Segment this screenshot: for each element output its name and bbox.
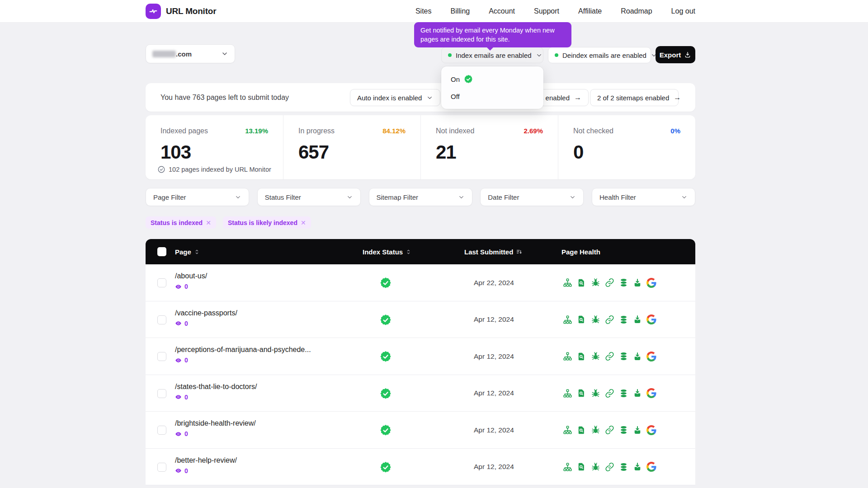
stat-note: 102 pages indexed by URL Monitor [157,165,271,174]
table-row[interactable]: /states-that-lie-to-doctors/ 0 Apr 12, 2… [146,375,695,412]
link-icon[interactable] [604,425,614,435]
google-icon[interactable] [646,278,656,288]
file-search-icon[interactable] [576,352,586,361]
page-path[interactable]: /states-that-lie-to-doctors/ [175,383,257,391]
file-search-icon[interactable] [576,425,586,435]
table-row[interactable]: /about-us/ 0 Apr 22, 2024 [146,264,695,301]
bug-icon[interactable] [590,352,600,361]
page-path[interactable]: /perceptions-of-marijuana-and-psychede..… [175,346,311,354]
row-checkbox[interactable] [157,352,166,361]
database-icon[interactable] [618,425,628,435]
google-icon[interactable] [646,388,656,398]
filter-dropdown[interactable]: Health Filter [592,188,695,206]
sort-icon [406,249,411,255]
file-search-icon[interactable] [576,314,586,324]
database-icon[interactable] [618,462,628,472]
bug-icon[interactable] [590,425,600,435]
table-row[interactable]: /brightside-health-review/ 0 Apr 12, 202… [146,412,695,449]
arrow-right-icon: → [574,94,581,102]
link-icon[interactable] [604,352,614,361]
nav-item[interactable]: Account [489,7,515,15]
eye-icon [175,320,182,327]
chevron-down-icon [426,94,433,101]
sitemap-icon[interactable] [562,314,572,324]
bug-icon[interactable] [590,388,600,398]
stat-column: Indexed pages 13.19% 103 102 pages index… [146,115,283,179]
filter-dropdown[interactable]: Status Filter [257,188,361,206]
sitemap-icon[interactable] [562,352,572,361]
bug-icon[interactable] [590,314,600,324]
menu-off-label: Off [451,93,460,100]
page-path[interactable]: /brightside-health-review/ [175,419,256,427]
nav-item[interactable]: Support [534,7,559,15]
database-icon[interactable] [618,278,628,288]
last-submitted-date: Apr 12, 2024 [474,338,514,375]
link-icon[interactable] [604,278,614,288]
file-search-icon[interactable] [576,278,586,288]
row-checkbox[interactable] [157,278,166,287]
database-icon[interactable] [618,388,628,398]
download-icon[interactable] [632,425,642,435]
link-icon[interactable] [604,462,614,472]
table-row[interactable]: /vaccine-passports/ 0 Apr 12, 2024 [146,301,695,338]
filter-dropdown[interactable]: Sitemap Filter [369,188,472,206]
page-path[interactable]: /better-help-review/ [175,456,237,465]
menu-item-off[interactable]: Off [445,88,539,105]
table-header: Page Index Status Last Submitted Page He… [146,239,695,264]
page-path[interactable]: /vaccine-passports/ [175,309,237,317]
stat-label: Not indexed [436,127,474,135]
link-icon[interactable] [604,314,614,324]
page-path[interactable]: /about-us/ [175,272,207,280]
remove-filter-icon[interactable]: ✕ [206,219,211,226]
link-icon[interactable] [604,388,614,398]
sitemap-icon[interactable] [562,278,572,288]
google-icon[interactable] [646,425,656,435]
google-icon[interactable] [646,462,656,472]
column-header-date[interactable]: Last Submitted [464,248,523,256]
row-checkbox[interactable] [157,315,166,324]
filter-dropdown[interactable]: Date Filter [480,188,584,206]
remove-filter-icon[interactable]: ✕ [301,219,306,226]
menu-item-on[interactable]: On [445,70,539,88]
google-icon[interactable] [646,314,656,324]
download-icon[interactable] [632,462,642,472]
sitemap-icon[interactable] [562,388,572,398]
nav-item[interactable]: Roadmap [621,7,652,15]
table-row[interactable]: /perceptions-of-marijuana-and-psychede..… [146,338,695,375]
row-checkbox[interactable] [157,426,166,435]
download-icon[interactable] [632,388,642,398]
file-search-icon[interactable] [576,462,586,472]
nav-item[interactable]: Affiliate [578,7,602,15]
filters-row: Page Filter Status Filter Sitemap Filter… [146,188,695,206]
filter-dropdown[interactable]: Page Filter [146,188,249,206]
active-filter-tag[interactable]: Status is likely indexed ✕ [223,216,311,229]
sitemaps-button[interactable]: 2 of 2 sitemaps enabled → [590,89,679,106]
site-selector[interactable]: .com [146,44,235,63]
download-icon[interactable] [632,314,642,324]
brand[interactable]: URL Monitor [146,4,216,19]
download-icon[interactable] [632,352,642,361]
download-icon[interactable] [632,278,642,288]
bug-icon[interactable] [590,462,600,472]
export-button[interactable]: Export [656,46,695,63]
bug-icon[interactable] [590,278,600,288]
column-header-page[interactable]: Page [175,248,200,256]
google-icon[interactable] [646,352,656,361]
column-header-status[interactable]: Index Status [363,248,411,256]
deindex-emails-dropdown[interactable]: Deindex emails are enabled [548,47,651,63]
sitemap-icon[interactable] [562,462,572,472]
database-icon[interactable] [618,352,628,361]
auto-index-dropdown[interactable]: Auto index is enabled [350,89,440,106]
table-row[interactable]: /better-help-review/ 0 Apr 12, 2024 [146,449,695,486]
nav-item[interactable]: Sites [415,7,432,15]
active-filter-tag[interactable]: Status is indexed ✕ [146,216,216,229]
chevron-down-icon [681,194,688,201]
file-search-icon[interactable] [576,388,586,398]
row-checkbox[interactable] [157,463,166,472]
sitemap-icon[interactable] [562,425,572,435]
select-all-checkbox[interactable] [157,247,166,256]
database-icon[interactable] [618,314,628,324]
nav-item[interactable]: Log out [671,7,695,15]
row-checkbox[interactable] [157,389,166,398]
nav-item[interactable]: Billing [451,7,470,15]
